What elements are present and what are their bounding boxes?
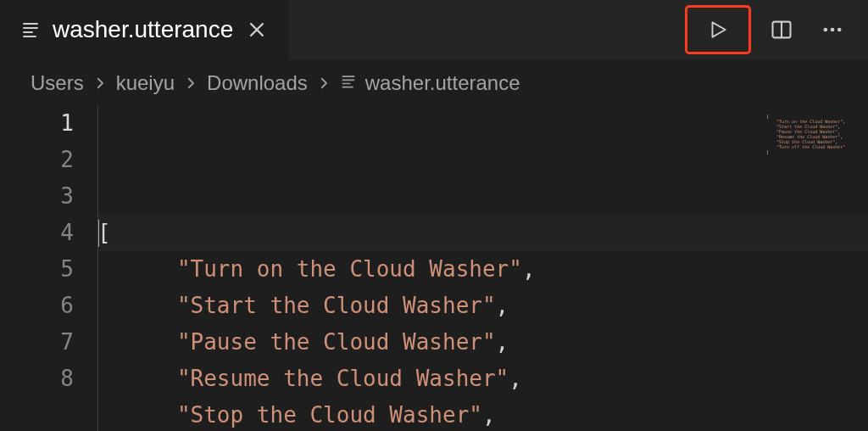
chevron-right-icon xyxy=(92,76,108,91)
run-button[interactable] xyxy=(685,5,751,54)
chevron-right-icon xyxy=(316,76,331,91)
breadcrumb-filename: washer.utterance xyxy=(365,71,520,95)
code-line[interactable]: "Resume the Cloud Washer", xyxy=(97,361,868,397)
editor-tab[interactable]: washer.utterance xyxy=(0,0,290,59)
file-text-icon xyxy=(20,20,41,40)
line-number: 2 xyxy=(0,142,74,178)
line-number: 8 xyxy=(0,361,74,397)
breadcrumb-file[interactable]: washer.utterance xyxy=(340,71,520,95)
line-number: 3 xyxy=(0,178,74,215)
breadcrumb-segment[interactable]: kueiyu xyxy=(116,71,175,95)
code-editor[interactable]: 12345678 ["Turn on the Cloud Washer","St… xyxy=(0,105,868,431)
code-content[interactable]: ["Turn on the Cloud Washer","Start the C… xyxy=(97,105,868,431)
code-line[interactable]: "Pause the Cloud Washer", xyxy=(97,324,868,361)
line-number: 4 xyxy=(0,215,74,251)
indent-guide xyxy=(97,105,98,431)
split-editor-button[interactable] xyxy=(761,9,802,50)
file-text-icon xyxy=(340,71,357,95)
breadcrumb-segment[interactable]: Downloads xyxy=(207,71,308,95)
tab-actions xyxy=(685,5,868,54)
tab-bar: washer.utterance xyxy=(0,0,868,59)
svg-point-10 xyxy=(831,28,835,32)
code-line[interactable]: "Turn on the Cloud Washer", xyxy=(97,251,868,288)
svg-point-9 xyxy=(824,28,828,32)
close-icon[interactable] xyxy=(245,18,269,42)
code-line[interactable]: "Stop the Cloud Washer", xyxy=(97,397,868,431)
line-gutter: 12345678 xyxy=(0,105,97,431)
code-line[interactable]: [ xyxy=(97,215,868,251)
minimap[interactable]: [ "Turn on the Cloud Washer", "Start the… xyxy=(761,110,863,158)
breadcrumb[interactable]: Users kueiyu Downloads washer.utterance xyxy=(0,59,868,105)
line-number: 6 xyxy=(0,288,74,324)
more-actions-button[interactable] xyxy=(812,9,853,50)
svg-marker-6 xyxy=(713,22,726,36)
svg-point-11 xyxy=(837,28,842,32)
breadcrumb-segment[interactable]: Users xyxy=(31,71,84,95)
line-number: 1 xyxy=(0,105,74,142)
line-number: 5 xyxy=(0,251,74,288)
line-number: 7 xyxy=(0,324,74,361)
tab-title: washer.utterance xyxy=(53,16,233,43)
chevron-right-icon xyxy=(183,76,198,91)
code-line[interactable]: "Start the Cloud Washer", xyxy=(97,288,868,324)
